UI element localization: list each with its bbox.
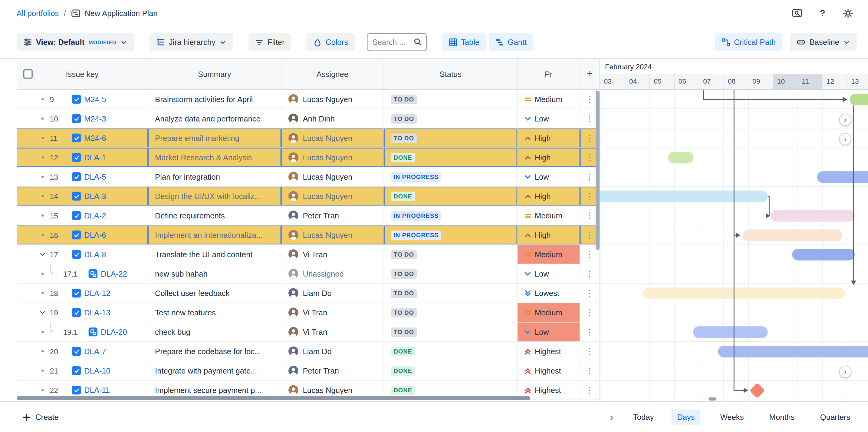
assignee-cell[interactable]: Peter Tran [281,362,384,380]
gantt-bar[interactable] [771,210,855,222]
scroll-to-bar-button[interactable]: › [839,365,851,377]
summary-cell[interactable]: Prepare the codebase for loc... [148,342,281,361]
summary-cell[interactable]: Brainstorm activities for April [148,90,281,109]
breadcrumb-all-portfolios[interactable]: All portfolios [17,8,59,17]
issue-key-link[interactable]: M24-6 [84,134,106,142]
table-row[interactable]: 16DLA-6Implement an internationaliza...L… [17,225,599,245]
timescale-quarters[interactable]: Quarters [814,410,856,425]
priority-cell[interactable]: High [518,148,580,167]
row-menu-button[interactable]: ⋮ [580,322,599,341]
summary-cell[interactable]: Plan for integration [148,167,281,186]
priority-cell[interactable]: Medium [518,90,580,109]
search-input[interactable] [371,37,413,47]
table-row[interactable]: 12DLA-1Market Research & AnalysisLucas N… [17,148,599,167]
gantt-horizontal-scrollbar[interactable] [709,397,716,401]
horizontal-scrollbar[interactable] [17,396,530,400]
gantt-bar[interactable] [792,249,855,260]
priority-cell[interactable]: High [518,186,580,205]
column-header-issue-key[interactable]: Issue key [17,59,148,89]
status-cell[interactable]: DONE [384,148,518,167]
scroll-to-bar-button[interactable]: › [839,113,851,125]
create-button[interactable]: Create [22,413,59,422]
table-view-button[interactable]: Table [442,33,486,51]
select-all-checkbox[interactable] [23,69,33,79]
row-menu-button[interactable]: ⋮ [580,362,599,380]
priority-cell[interactable]: Medium [518,206,580,225]
table-row[interactable]: 17DLA-8Translate the UI and contentVi Tr… [17,245,599,264]
priority-cell[interactable]: Highest [518,362,580,380]
hierarchy-selector[interactable]: Jira hierarchy [150,33,233,51]
issue-key-link[interactable]: DLA-1 [84,153,106,162]
status-cell[interactable]: TO DO [384,303,518,322]
gantt-bar[interactable] [668,152,694,163]
issue-key-link[interactable]: DLA-11 [84,386,110,395]
view-selector[interactable]: View: Default MODIFIED [17,33,134,51]
issue-key-link[interactable]: DLA-13 [84,308,111,317]
priority-cell[interactable]: High [518,225,580,244]
status-cell[interactable]: DONE [384,342,518,361]
table-row[interactable]: 20DLA-7Prepare the codebase for loc...Li… [17,342,599,361]
priority-cell[interactable]: Low [518,109,580,128]
gantt-bar[interactable] [693,326,768,338]
table-row[interactable]: 19.1DLA-20check bugVi TranTO DOLow⋮ [17,322,599,342]
priority-cell[interactable]: Low [518,264,580,283]
issue-key-link[interactable]: M24-3 [84,114,106,123]
settings-button[interactable] [839,4,857,22]
issue-key-link[interactable]: DLA-6 [84,231,106,239]
table-row[interactable]: 10M24-3Analyze data and performanceAnh D… [17,109,599,128]
row-menu-button[interactable]: ⋮ [580,342,599,361]
assignee-cell[interactable]: Anh Dinh [281,109,384,128]
row-menu-button[interactable]: ⋮ [580,381,599,400]
priority-cell[interactable]: Low [518,322,580,341]
row-menu-button[interactable]: ⋮ [580,284,599,303]
timescale-months[interactable]: Months [764,410,800,425]
row-menu-button[interactable]: ⋮ [580,303,599,322]
status-cell[interactable]: TO DO [384,90,518,109]
status-cell[interactable]: IN PROGRESS [384,225,518,244]
status-cell[interactable]: TO DO [384,284,518,303]
summary-cell[interactable]: check bug [148,322,281,341]
summary-cell[interactable]: Integrate with payment gate... [148,362,281,380]
row-menu-button[interactable]: ⋮ [580,264,599,283]
summary-cell[interactable]: Prepare email marketing [148,128,281,147]
issue-key-link[interactable]: DLA-10 [84,366,111,375]
issue-key-link[interactable]: DLA-2 [84,211,106,220]
issue-key-link[interactable]: DLA-22 [101,269,127,278]
gantt-bar[interactable] [850,94,868,105]
summary-cell[interactable]: Translate the UI and content [148,245,281,264]
gantt-bar[interactable] [643,288,845,299]
expand-chevron-icon[interactable] [39,251,46,258]
assignee-cell[interactable]: Lucas Nguyen [281,148,384,167]
scroll-to-bar-button[interactable]: › [839,133,851,145]
priority-cell[interactable]: Lowest [518,284,580,303]
status-cell[interactable]: TO DO [384,109,518,128]
assignee-cell[interactable]: Vi Tran [281,303,384,322]
status-cell[interactable]: TO DO [384,264,518,283]
assignee-cell[interactable]: Liam Do [281,342,384,361]
status-cell[interactable]: TO DO [384,128,518,147]
today-button[interactable]: Today [630,412,657,422]
issue-key-link[interactable]: DLA-7 [84,347,106,356]
expand-chevron-icon[interactable] [39,309,46,316]
status-cell[interactable]: IN PROGRESS [384,167,518,186]
status-cell[interactable]: TO DO [384,322,518,341]
issue-key-link[interactable]: DLA-8 [84,250,106,259]
table-row[interactable]: 14DLA-3Design the UI/UX with localiz...L… [17,186,599,206]
expand-panel-button[interactable]: › [608,412,616,422]
table-row[interactable]: 21DLA-10Integrate with payment gate...Pe… [17,362,599,381]
help-button[interactable]: ? [814,4,832,22]
table-row[interactable]: 19DLA-13Test new featuresVi TranTO DOMed… [17,303,599,322]
table-row[interactable]: 11M24-6Prepare email marketingLucas Nguy… [17,128,599,148]
issue-key-link[interactable]: DLA-5 [84,172,106,181]
timescale-weeks[interactable]: Weeks [715,410,749,425]
timescale-days[interactable]: Days [672,410,700,425]
summary-cell[interactable]: Analyze data and performance [148,109,281,128]
critical-path-button[interactable]: Critical Path [715,33,782,51]
issue-key-link[interactable]: DLA-3 [84,192,106,201]
filter-button[interactable]: Filter [248,33,291,51]
issue-key-link[interactable]: DLA-12 [84,289,111,297]
assignee-cell[interactable]: Lucas Nguyen [281,167,384,186]
assignee-cell[interactable]: Liam Do [281,284,384,303]
assignee-cell[interactable]: Peter Tran [281,206,384,225]
issue-key-link[interactable]: DLA-20 [101,327,127,336]
